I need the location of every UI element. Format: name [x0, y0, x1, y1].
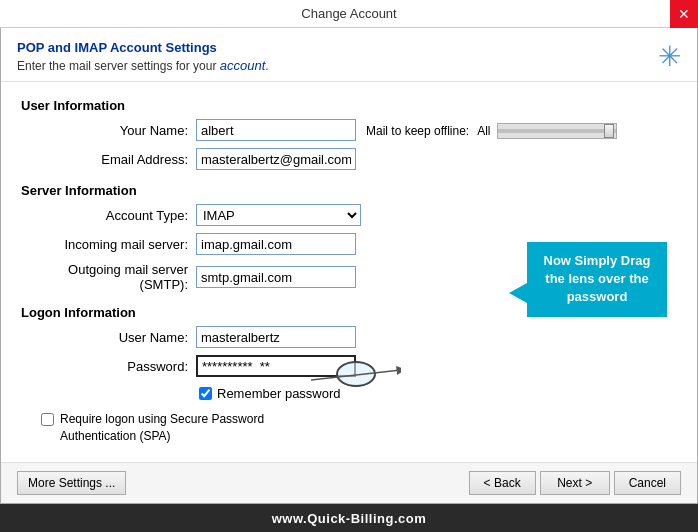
slider-track — [498, 129, 616, 133]
email-row: Email Address: — [21, 148, 677, 170]
mail-icon: ✳ — [658, 40, 681, 73]
spa-checkbox[interactable] — [41, 413, 54, 426]
username-input[interactable] — [196, 326, 356, 348]
incoming-input[interactable] — [196, 233, 356, 255]
mail-offline-label: Mail to keep offline: — [366, 124, 469, 138]
outgoing-label: Outgoing mail server (SMTP): — [21, 262, 196, 292]
server-info-label: Server Information — [21, 183, 677, 198]
mail-offline-value: All — [477, 124, 490, 138]
more-settings-button[interactable]: More Settings ... — [17, 471, 126, 495]
username-label: User Name: — [21, 330, 196, 345]
username-row: User Name: — [21, 326, 677, 348]
next-button[interactable]: Next > — [540, 471, 610, 495]
watermark-text: www.Quick-Billing.com — [272, 511, 426, 526]
account-type-select[interactable]: IMAP POP3 — [196, 204, 361, 226]
password-row: Password: — [21, 355, 677, 377]
account-type-label: Account Type: — [21, 208, 196, 223]
window-title: Change Account — [301, 6, 396, 21]
outgoing-input[interactable] — [196, 266, 356, 288]
password-input-wrapper — [196, 355, 356, 377]
header-subtitle: Enter the mail server settings for your … — [17, 58, 269, 73]
mail-offline-row: Mail to keep offline: All — [366, 123, 617, 139]
password-input[interactable] — [196, 355, 356, 377]
header-title: POP and IMAP Account Settings — [17, 40, 269, 55]
callout-box: Now Simply Drag the lens over the passwo… — [527, 242, 667, 317]
account-type-row: Account Type: IMAP POP3 — [21, 204, 677, 226]
user-info-label: User Information — [21, 98, 677, 113]
watermark-bar: www.Quick-Billing.com — [0, 504, 698, 532]
dialog-body: POP and IMAP Account Settings Enter the … — [0, 28, 698, 504]
callout-arrow — [509, 283, 527, 303]
header-text: POP and IMAP Account Settings Enter the … — [17, 40, 269, 73]
name-label: Your Name: — [21, 123, 196, 138]
nav-buttons: < Back Next > Cancel — [469, 471, 681, 495]
remember-row: Remember password — [199, 386, 677, 401]
close-button[interactable]: ✕ — [670, 0, 698, 28]
incoming-label: Incoming mail server: — [21, 237, 196, 252]
mail-offline-slider[interactable] — [497, 123, 617, 139]
cancel-button[interactable]: Cancel — [614, 471, 681, 495]
account-highlight: account — [220, 58, 266, 73]
remember-label: Remember password — [217, 386, 341, 401]
remember-checkbox[interactable] — [199, 387, 212, 400]
footer-section: More Settings ... < Back Next > Cancel — [1, 462, 697, 503]
slider-thumb — [604, 124, 614, 138]
name-input[interactable] — [196, 119, 356, 141]
spa-label: Require logon using Secure Password Auth… — [60, 411, 340, 445]
back-button[interactable]: < Back — [469, 471, 536, 495]
password-label: Password: — [21, 359, 196, 374]
header-section: POP and IMAP Account Settings Enter the … — [1, 28, 697, 82]
spa-row: Require logon using Secure Password Auth… — [41, 411, 677, 445]
email-label: Email Address: — [21, 152, 196, 167]
email-input[interactable] — [196, 148, 356, 170]
form-content: User Information Your Name: Mail to keep… — [1, 82, 697, 462]
title-bar: Change Account ✕ — [0, 0, 698, 28]
name-row: Your Name: Mail to keep offline: All — [21, 119, 677, 141]
callout-text: Now Simply Drag the lens over the passwo… — [544, 253, 651, 304]
